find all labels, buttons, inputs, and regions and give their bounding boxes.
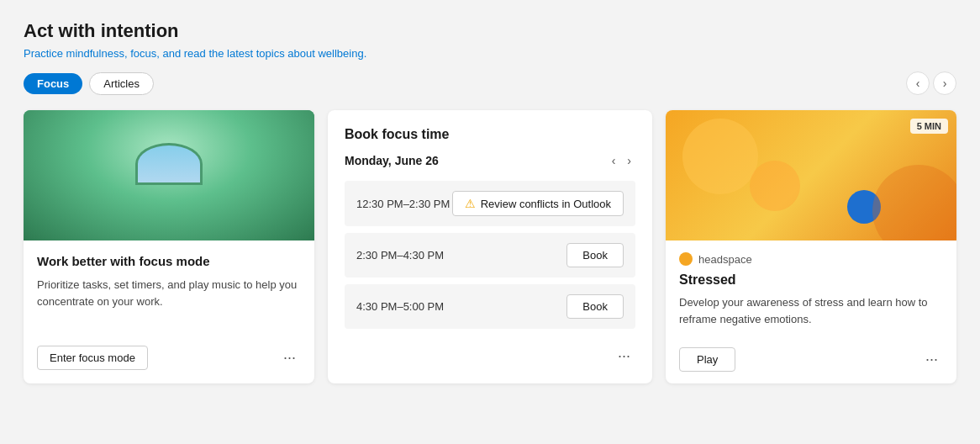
hs-brand-dot xyxy=(679,252,693,266)
book-focus-title: Book focus time xyxy=(345,127,635,142)
card-focus-title: Work better with focus mode xyxy=(37,254,301,268)
hs-bubble-orange xyxy=(872,165,956,240)
tab-bar: Focus Articles ‹ › xyxy=(24,71,956,95)
sky-window-decoration xyxy=(135,143,203,185)
enter-focus-button[interactable]: Enter focus mode xyxy=(37,346,148,370)
card-focus-mode: Work better with focus mode Prioritize t… xyxy=(24,110,314,383)
card-book-focus: Book focus time Monday, June 26 ‹ › 12:3… xyxy=(328,110,652,383)
time-slot-2-time: 2:30 PM–4:30 PM xyxy=(356,249,444,262)
hs-bubble-med xyxy=(750,161,800,211)
page-header: Act with intention Practice mindfulness,… xyxy=(24,20,956,60)
headspace-image: 5 MIN xyxy=(666,110,956,240)
hs-bubble-large xyxy=(682,119,758,194)
hs-footer: Play ··· xyxy=(679,347,943,372)
focus-more-button[interactable]: ··· xyxy=(278,347,301,368)
card-focus-body: Work better with focus mode Prioritize t… xyxy=(24,240,314,383)
date-prev-button[interactable]: ‹ xyxy=(608,152,620,169)
book-date: Monday, June 26 xyxy=(345,154,439,167)
date-nav: ‹ › xyxy=(608,152,635,169)
hs-card-description: Develop your awareness of stress and lea… xyxy=(679,294,943,336)
card-book-footer: ··· xyxy=(345,346,635,367)
prev-arrow[interactable]: ‹ xyxy=(906,71,930,95)
card-focus-description: Prioritize tasks, set timers, and play m… xyxy=(37,277,301,332)
card-focus-image xyxy=(24,110,314,240)
page-title: Act with intention xyxy=(24,20,956,42)
hs-brand-name: headspace xyxy=(698,253,752,266)
card-headspace: 5 MIN headspace Stressed Develop your aw… xyxy=(666,110,956,383)
headspace-body: headspace Stressed Develop your awarenes… xyxy=(666,240,956,383)
cards-row: Work better with focus mode Prioritize t… xyxy=(24,110,956,383)
next-arrow[interactable]: › xyxy=(933,71,956,95)
book-date-row: Monday, June 26 ‹ › xyxy=(345,152,635,169)
page-subtitle: Practice mindfulness, focus, and read th… xyxy=(24,47,956,60)
time-slot-3: 4:30 PM–5:00 PM Book xyxy=(345,284,635,329)
hs-brand-row: headspace xyxy=(679,252,943,266)
review-conflicts-button[interactable]: ⚠ Review conflicts in Outlook xyxy=(452,191,624,216)
carousel-nav: ‹ › xyxy=(906,71,956,95)
review-conflicts-label: Review conflicts in Outlook xyxy=(481,198,611,210)
hs-more-button[interactable]: ··· xyxy=(920,349,943,370)
time-slot-3-time: 4:30 PM–5:00 PM xyxy=(356,300,444,313)
time-slot-1-time: 12:30 PM–2:30 PM xyxy=(356,198,450,210)
book-slot-3-button[interactable]: Book xyxy=(566,294,624,319)
tab-articles[interactable]: Articles xyxy=(89,72,154,95)
hs-card-title: Stressed xyxy=(679,272,943,288)
warning-icon: ⚠ xyxy=(465,197,476,210)
date-next-button[interactable]: › xyxy=(623,152,635,169)
time-slot-1: 12:30 PM–2:30 PM ⚠ Review conflicts in O… xyxy=(345,181,635,226)
tab-focus[interactable]: Focus xyxy=(24,73,82,94)
play-button[interactable]: Play xyxy=(679,347,735,372)
hs-duration-badge: 5 MIN xyxy=(910,119,948,134)
time-slot-2: 2:30 PM–4:30 PM Book xyxy=(345,233,635,278)
card-focus-footer: Enter focus mode ··· xyxy=(37,346,301,370)
book-more-button[interactable]: ··· xyxy=(613,346,635,367)
book-slot-2-button[interactable]: Book xyxy=(566,243,624,267)
